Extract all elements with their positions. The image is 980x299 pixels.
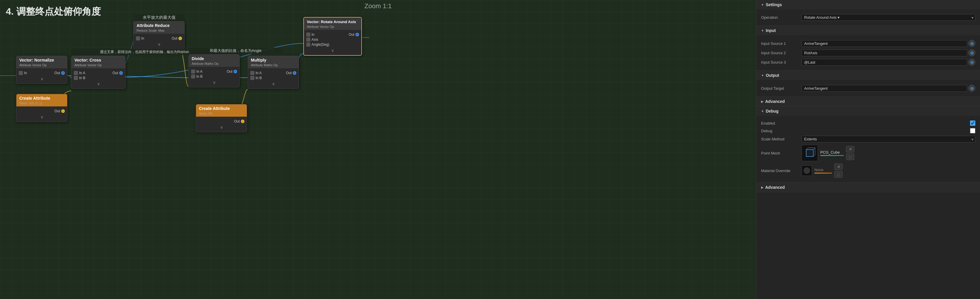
expand-btn[interactable]: ∨	[191, 80, 237, 85]
port-icon	[250, 71, 255, 75]
output-header[interactable]: ▼ Output	[756, 71, 980, 80]
port-in-a[interactable]: In A	[74, 71, 85, 75]
canvas-area[interactable]: 4. 调整终点处俯仰角度 Zoom 1:1 Vector: Normalize …	[0, 0, 756, 299]
node-create-attr-2[interactable]: Create Attribute None: 80 Out ∨	[196, 104, 247, 132]
port-in-b[interactable]: In B	[74, 76, 85, 80]
out-port-dot	[241, 119, 244, 123]
material-browse-btn[interactable]: ⬚	[834, 171, 843, 178]
port-in-a[interactable]: In A	[250, 71, 262, 75]
input-source3-row: Input Source 3 ⊕	[761, 59, 975, 66]
port-out[interactable]: Out	[227, 70, 237, 73]
arrow-icon: ▼	[761, 3, 764, 6]
port-out[interactable]: Out	[54, 71, 65, 75]
node-multiply[interactable]: Multiply Attribute Maths Op In A Out In …	[248, 56, 299, 89]
expand-btn[interactable]: ∨	[199, 124, 244, 130]
port-in-a[interactable]: In A	[191, 70, 202, 73]
expand-btn[interactable]: ∨	[250, 81, 296, 87]
point-mesh-label: Point Mesh	[761, 151, 799, 155]
output-target-add-btn[interactable]: ⊕	[968, 85, 975, 92]
port-in[interactable]: In	[136, 37, 144, 40]
operation-dropdown-wrap[interactable]: Rotate Around Axis ▾	[802, 14, 975, 21]
port-in-b[interactable]: In B	[250, 76, 262, 80]
material-reset-btn[interactable]: ↺	[834, 164, 843, 170]
port-icon	[250, 76, 255, 80]
arrow-icon: ▶	[761, 100, 764, 103]
port-axis[interactable]: Axis	[306, 38, 318, 41]
source1-input[interactable]	[802, 40, 967, 47]
operation-label: Operation	[761, 15, 799, 20]
mesh-preview	[802, 145, 818, 161]
source2-add-btn[interactable]: ⊕	[968, 49, 975, 56]
node-divide[interactable]: 和最大值的比值，命名为Angle Divide Attribute Maths …	[188, 54, 240, 87]
node-divide-header: Divide Attribute Maths Op	[189, 54, 239, 67]
material-actions: ↺ ⬚	[834, 164, 843, 178]
wires-svg	[0, 0, 756, 299]
source2-input[interactable]	[802, 49, 967, 56]
port-icon	[306, 38, 310, 41]
port-out[interactable]: Out	[54, 109, 65, 113]
scale-method-dropdown-wrap[interactable]: Extents	[802, 136, 975, 143]
node-rotate-axis[interactable]: Vector: Rotate Around Axis Attribute Vec…	[303, 17, 362, 56]
mesh-reset-btn[interactable]: ↺	[846, 146, 854, 153]
source3-input[interactable]	[802, 59, 967, 66]
expand-btn[interactable]: ∨	[136, 41, 182, 47]
svg-rect-6	[806, 150, 813, 156]
out-port-dot	[61, 71, 65, 75]
expand-btn[interactable]: ∨	[19, 76, 65, 82]
source2-label: Input Source 2	[761, 51, 799, 55]
node-normalize[interactable]: Vector: Normalize Attribute Vector Op In…	[16, 56, 67, 84]
arrow-icon: ▼	[761, 74, 764, 77]
port-angle[interactable]: Angle(Deg)	[306, 43, 329, 47]
port-in[interactable]: In	[306, 33, 315, 37]
source1-label: Input Source 1	[761, 41, 799, 46]
port-out[interactable]: Out	[113, 71, 123, 75]
section-advanced1: ▶ Advanced	[756, 97, 980, 107]
out-port-dot	[234, 70, 237, 73]
port-icon	[136, 37, 140, 40]
port-icon	[191, 75, 195, 79]
output-target-input[interactable]	[802, 85, 967, 92]
node-create-attr-1-header: Create Attribute None: V(0, 0, 1)	[16, 94, 67, 107]
node-create-attr-1[interactable]: Create Attribute None: V(0, 0, 1) Out ∨	[16, 94, 67, 122]
port-out[interactable]: Out	[286, 71, 296, 75]
zoom-indicator: Zoom 1:1	[364, 2, 392, 10]
debug-header[interactable]: ▼ Debug	[756, 107, 980, 116]
port-out[interactable]: Out	[172, 37, 182, 40]
source3-input-wrap: ⊕	[802, 59, 975, 66]
out-port-dot	[61, 109, 65, 113]
operation-dropdown[interactable]: Rotate Around Axis ▾	[802, 14, 975, 21]
source1-add-btn[interactable]: ⊕	[968, 40, 975, 47]
enabled-checkbox[interactable]	[970, 121, 975, 126]
source2-input-wrap: ⊕	[802, 49, 975, 56]
node-reduce-header: Attribute Reduce Reduce Scale: Max	[134, 21, 185, 34]
debug-checkbox[interactable]	[970, 128, 975, 134]
expand-btn[interactable]: ∨	[306, 48, 359, 53]
port-icon	[74, 76, 78, 80]
orange-bar	[815, 173, 832, 173]
expand-btn[interactable]: ∨	[19, 114, 65, 120]
scale-method-select[interactable]: Extents	[802, 136, 975, 143]
port-in[interactable]: In	[19, 71, 27, 75]
port-icon	[306, 33, 310, 37]
node-attribute-reduce[interactable]: 水平放大的最大值 Attribute Reduce Reduce Scale: …	[134, 21, 185, 49]
port-out[interactable]: Out	[234, 119, 244, 123]
input-source1-row: Input Source 1 ⊕	[761, 40, 975, 47]
port-icon	[191, 70, 195, 73]
input-header[interactable]: ▼ Input	[756, 26, 980, 35]
settings-header[interactable]: ▼ Settings	[756, 0, 980, 10]
port-in-b[interactable]: In B	[191, 75, 202, 79]
section-advanced2: ▶ Advanced	[756, 183, 980, 192]
advanced1-header[interactable]: ▶ Advanced	[756, 97, 980, 106]
mesh-browse-btn[interactable]: ⬚	[846, 154, 854, 160]
mesh-actions: ↺ ⬚	[846, 146, 854, 160]
node-vector-cross[interactable]: 通过叉乘，获得法向，也就用于俯仰的轴，输出为RotAxis Vector: Cr…	[71, 56, 126, 89]
advanced2-header[interactable]: ▶ Advanced	[756, 183, 980, 192]
scale-method-row: Scale Method Extents	[761, 136, 975, 143]
node-normalize-header: Vector: Normalize Attribute Vector Op	[16, 56, 67, 68]
port-out[interactable]: Out	[349, 33, 359, 37]
section-input: ▼ Input Input Source 1 ⊕ Input Source 2 …	[756, 26, 980, 71]
material-override-label: Material Override	[761, 169, 799, 173]
expand-btn[interactable]: ∨	[74, 81, 123, 87]
source3-add-btn[interactable]: ⊕	[968, 59, 975, 66]
scale-method-label: Scale Method	[761, 137, 799, 141]
